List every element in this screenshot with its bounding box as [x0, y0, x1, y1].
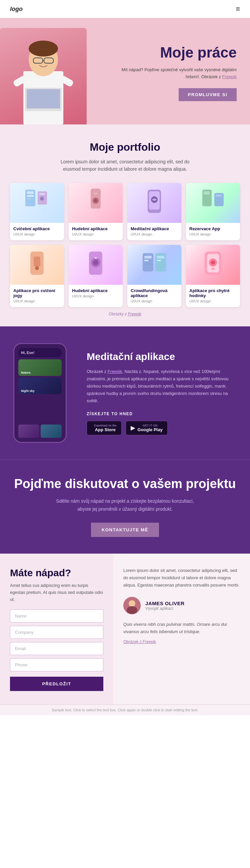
hero-description: Mít nápad? Pojďme společně vytvořit vaše…: [107, 66, 237, 81]
hero-person-svg: [3, 28, 83, 124]
logo: logo: [10, 6, 23, 13]
portfolio-card-7[interactable]: Crowdfundingová aplikace UI/UX design: [127, 245, 181, 307]
portfolio-card-cat-1: UI/UX design: [13, 232, 61, 236]
phone-bottom-cards: [18, 425, 62, 438]
phone-greeting-text: Hi, Eve!: [21, 351, 59, 355]
portfolio-card-body-2: Hudební aplikace UI/UX design: [69, 223, 123, 240]
svg-point-19: [94, 199, 97, 202]
get-now-label: ZÍSKEJTE TO HNED: [87, 411, 237, 416]
phone-card-night: Night sky: [18, 378, 62, 394]
svg-rect-12: [27, 195, 34, 197]
portfolio-card-cat-6: UI/UX design: [72, 294, 119, 298]
svg-point-48: [127, 606, 137, 614]
meditation-content: Meditační aplikace Obrázek z Freepik, Ná…: [87, 351, 237, 435]
portfolio-freepik-link[interactable]: Freepik: [128, 312, 141, 316]
portfolio-card-body-3: Meditační aplikace UI/UX design: [127, 223, 181, 240]
portfolio-grid-row2: Aplikace pro cvičení jogy UI/UX design H…: [10, 245, 240, 307]
svg-point-33: [93, 260, 98, 265]
phone-screen: Hi, Eve! Nature Night sky: [13, 343, 67, 443]
svg-rect-40: [157, 260, 161, 261]
contact-button[interactable]: KONTAKTUJTE MĚ: [91, 523, 159, 537]
author-avatar: [123, 597, 141, 614]
portfolio-card-4[interactable]: Rezervace App UI/UX design: [186, 183, 240, 240]
hero-content: Moje práce Mít nápad? Pojďme společně vy…: [100, 38, 237, 115]
phone-card-nature-label: Nature: [21, 371, 31, 374]
portfolio-subtitle: Lorem ipsum dolor sit amet, consectetur …: [58, 158, 192, 173]
portfolio-card-img-2: [69, 183, 123, 223]
svg-point-47: [129, 600, 135, 607]
meditation-description: Obrázek z Freepik, Náctila z. Nspand, vy…: [87, 368, 237, 405]
portfolio-card-body-8: Aplikace pro chytré hodinky UI/UX design: [186, 285, 240, 307]
testimonial-quote: Quis viverra nibh cras pulvinar mattis. …: [123, 621, 240, 636]
discuss-title: Pojďme diskutovat o vašem projektu: [13, 476, 237, 492]
company-input[interactable]: [10, 626, 103, 639]
submit-button[interactable]: PŘEDLOŽIT: [10, 677, 103, 691]
portfolio-card-img-6: [69, 245, 123, 285]
portfolio-card-name-4: Rezervace App: [189, 226, 237, 231]
portfolio-card-1[interactable]: Cvičební aplikace UI/UX design: [10, 183, 64, 240]
google-play-button[interactable]: ▶ GET IT ON Google Play: [126, 421, 168, 435]
testimonial-side: Lorem ipsum dolor sit amet, consectetur …: [113, 554, 250, 704]
hero-freepik-link[interactable]: Freepik: [222, 74, 237, 79]
discuss-description: Sdělte nám svůj nápad na projekt a získe…: [52, 497, 198, 513]
portfolio-card-8[interactable]: Aplikace pro chytré hodinky UI/UX design: [186, 245, 240, 307]
portfolio-card-body-6: Hudební aplikace UI/UX design: [69, 285, 123, 302]
phone-input[interactable]: [10, 658, 103, 671]
app-store-name: App Store: [94, 427, 117, 432]
author-name: JAMES OLIVER: [145, 600, 185, 606]
svg-rect-15: [39, 193, 45, 195]
google-play-text: GET IT ON Google Play: [138, 424, 163, 432]
form-title: Máte nápad?: [10, 567, 103, 579]
svg-point-44: [211, 260, 215, 265]
portfolio-card-body-1: Cvičební aplikace UI/UX design: [10, 223, 64, 240]
portfolio-card-5[interactable]: Aplikace pro cvičení jogy UI/UX design: [10, 245, 64, 307]
name-input[interactable]: [10, 610, 103, 622]
form-description: Amet tellus cus adipiscing enim eu turpi…: [10, 582, 103, 603]
testimonial-text: Lorem ipsum dolor sit amet, consectetur …: [123, 567, 240, 589]
phone-mini-card-sleep: [18, 425, 39, 438]
portfolio-card-2[interactable]: Hudební aplikace UI/UX design: [69, 183, 123, 240]
app-store-button[interactable]: Download on the App Store: [87, 421, 122, 435]
svg-rect-20: [94, 193, 97, 194]
phone-cards: Nature Night sky: [18, 359, 62, 423]
portfolio-card-img-4: [186, 183, 240, 223]
header: logo ≡: [0, 0, 250, 18]
portfolio-card-body-7: Crowdfundingová aplikace UI/UX design: [127, 285, 181, 307]
svg-rect-26: [204, 191, 210, 195]
bottom-section: Máte nápad? Amet tellus cus adipiscing e…: [0, 554, 250, 704]
portfolio-card-cat-4: UI/UX design: [189, 232, 237, 236]
phone-mini-card-focus: [41, 425, 62, 438]
google-play-name: Google Play: [138, 427, 163, 432]
svg-point-30: [35, 266, 39, 270]
svg-rect-38: [157, 256, 164, 258]
email-input[interactable]: [10, 642, 103, 655]
meditation-freepik-link[interactable]: Freepik: [108, 369, 122, 374]
footer-note: Sample text. Click to select the text bo…: [0, 704, 250, 715]
testimonial-freepik-link[interactable]: Obrázek z Freepik: [123, 640, 156, 644]
portfolio-card-img-1: [10, 183, 64, 223]
hero-image: [0, 28, 100, 124]
svg-rect-7: [27, 89, 60, 108]
svg-point-2: [29, 40, 58, 57]
svg-rect-13: [27, 198, 31, 199]
testimonial-attr: Obrázek z Freepik: [123, 640, 240, 644]
portfolio-card-body-5: Aplikace pro cvičení jogy UI/UX design: [10, 285, 64, 307]
hamburger-icon[interactable]: ≡: [236, 5, 240, 13]
author-role: Vývojář aplikací: [145, 606, 185, 611]
portfolio-section: Moje portfolio Lorem ipsum dolor sit ame…: [0, 124, 250, 327]
portfolio-card-cat-5: UI/UX design: [13, 299, 61, 303]
portfolio-title: Moje portfolio: [10, 141, 240, 153]
google-play-icon: ▶: [131, 424, 135, 432]
portfolio-card-6[interactable]: Hudební aplikace UI/UX design: [69, 245, 123, 307]
hero-section: Moje práce Mít nápad? Pojďme společně vy…: [0, 18, 250, 124]
portfolio-card-name-1: Cvičební aplikace: [13, 226, 61, 231]
portfolio-card-img-5: [10, 245, 64, 285]
portfolio-card-body-4: Rezervace App UI/UX design: [186, 223, 240, 240]
portfolio-card-3[interactable]: Meditační aplikace UI/UX design: [127, 183, 181, 240]
hero-cta-button[interactable]: PROMLUVME SI: [179, 88, 237, 101]
svg-rect-29: [34, 256, 40, 267]
portfolio-card-cat-8: UI/UX design: [189, 299, 237, 303]
portfolio-card-name-6: Hudební aplikace: [72, 288, 119, 293]
portfolio-card-cat-3: UI/UX design: [131, 232, 178, 236]
discuss-section: Pojďme diskutovat o vašem projektu Sdělt…: [0, 460, 250, 554]
